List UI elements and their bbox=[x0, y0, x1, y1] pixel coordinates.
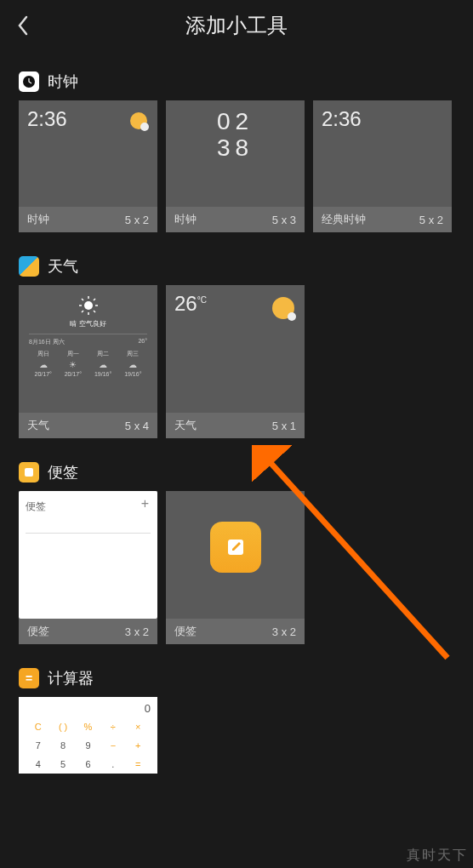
calc-key: C bbox=[26, 717, 50, 736]
page-title: 添加小工具 bbox=[185, 12, 288, 39]
widget-calculator[interactable]: 0 C ( ) % ÷ × 7 8 9 − + 4 5 6 . = bbox=[19, 697, 157, 774]
notes-icon bbox=[19, 462, 39, 483]
svg-line-7 bbox=[94, 311, 95, 312]
section-header: 天气 bbox=[19, 256, 454, 277]
weather-condition: 晴 空气良好 bbox=[27, 319, 149, 328]
sun-icon bbox=[272, 297, 294, 319]
calc-key: ( ) bbox=[50, 717, 75, 736]
svg-point-1 bbox=[84, 301, 93, 310]
weather-temp: 26°C bbox=[174, 292, 207, 315]
clock-time-top: 02 bbox=[174, 109, 296, 134]
notes-big-icon bbox=[210, 522, 261, 573]
watermark: 真时天下 bbox=[407, 847, 468, 865]
widget-weather-detail[interactable]: 晴 空气良好 8月16日 周六 26° 周日☁20/17° 周一☀20/17° … bbox=[19, 285, 157, 438]
note-label: 便签 bbox=[26, 500, 46, 512]
section-weather: 天气 晴 空气良好 8月16日 周六 bbox=[19, 256, 454, 438]
calc-display: 0 bbox=[26, 702, 151, 717]
calc-key: 5 bbox=[50, 755, 75, 774]
widget-name: 天气 bbox=[174, 418, 197, 433]
calc-key: = bbox=[126, 755, 151, 774]
calc-key: 6 bbox=[76, 755, 100, 774]
widget-size: 5 x 2 bbox=[419, 214, 443, 226]
section-title: 时钟 bbox=[48, 71, 78, 92]
clock-time: 2:36 bbox=[322, 107, 443, 131]
svg-rect-10 bbox=[25, 468, 33, 477]
forecast-row: 周日☁20/17° 周一☀20/17° 周二☁19/16° 周三☁19/16° bbox=[29, 350, 147, 377]
widget-name: 时钟 bbox=[27, 212, 49, 227]
widget-name: 经典时钟 bbox=[322, 212, 366, 227]
content: 时钟 2:36 时钟 5 x 2 02 38 时钟 bbox=[0, 51, 473, 774]
widget-name: 便签 bbox=[27, 624, 49, 639]
weather-temp: 26° bbox=[138, 338, 147, 346]
section-title: 计算器 bbox=[48, 668, 94, 688]
weather-icon bbox=[19, 256, 39, 277]
section-header: 便签 bbox=[19, 462, 454, 483]
widget-name: 天气 bbox=[27, 418, 49, 433]
svg-line-9 bbox=[94, 299, 95, 300]
calc-key: ÷ bbox=[100, 717, 125, 736]
clock-icon bbox=[19, 71, 39, 92]
plus-icon: + bbox=[141, 496, 149, 511]
widget-size: 5 x 3 bbox=[272, 214, 296, 226]
widget-size: 5 x 4 bbox=[125, 420, 149, 432]
calc-key: 9 bbox=[76, 736, 100, 755]
section-clock: 时钟 2:36 时钟 5 x 2 02 38 时钟 bbox=[19, 71, 454, 232]
svg-line-6 bbox=[82, 299, 83, 300]
widget-weather-simple[interactable]: 26°C 天气 5 x 1 bbox=[166, 285, 305, 438]
widget-size: 3 x 2 bbox=[272, 625, 296, 638]
calc-key: % bbox=[76, 717, 100, 736]
calc-key: 8 bbox=[50, 736, 75, 755]
widget-name: 便签 bbox=[174, 624, 197, 639]
widget-size: 3 x 2 bbox=[125, 625, 149, 638]
section-header: = 计算器 bbox=[19, 668, 454, 688]
widget-size: 5 x 1 bbox=[272, 420, 296, 432]
widget-notes-list[interactable]: 便签 + 便签 3 x 2 bbox=[19, 491, 157, 644]
calc-key: 7 bbox=[26, 736, 50, 755]
widget-clock-2[interactable]: 02 38 时钟 5 x 3 bbox=[166, 100, 305, 232]
calc-key: + bbox=[126, 736, 151, 755]
widget-name: 时钟 bbox=[174, 212, 197, 227]
section-header: 时钟 bbox=[19, 71, 454, 92]
section-calculator: = 计算器 0 C ( ) % ÷ × 7 8 9 − + 4 5 bbox=[19, 668, 454, 774]
widget-clock-1[interactable]: 2:36 时钟 5 x 2 bbox=[19, 100, 157, 232]
calc-key: 4 bbox=[26, 755, 50, 774]
section-title: 便签 bbox=[48, 462, 78, 483]
svg-line-8 bbox=[82, 311, 83, 312]
calc-key: . bbox=[100, 755, 125, 774]
calc-key: × bbox=[126, 717, 151, 736]
header: 添加小工具 bbox=[0, 0, 473, 51]
section-notes: 便签 便签 + 便签 3 x 2 bbox=[19, 462, 454, 644]
clock-time-bottom: 38 bbox=[174, 135, 296, 160]
calc-key: − bbox=[100, 736, 125, 755]
widget-notes-icon[interactable]: 便签 3 x 2 bbox=[166, 491, 305, 644]
back-icon[interactable] bbox=[17, 15, 29, 36]
sun-icon bbox=[78, 295, 99, 316]
widget-clock-3[interactable]: 2:36 经典时钟 5 x 2 bbox=[313, 100, 452, 232]
weather-date: 8月16日 周六 bbox=[29, 338, 65, 346]
calculator-icon: = bbox=[19, 668, 39, 688]
widget-size: 5 x 2 bbox=[125, 214, 149, 226]
section-title: 天气 bbox=[48, 256, 78, 277]
sun-icon bbox=[130, 112, 147, 129]
